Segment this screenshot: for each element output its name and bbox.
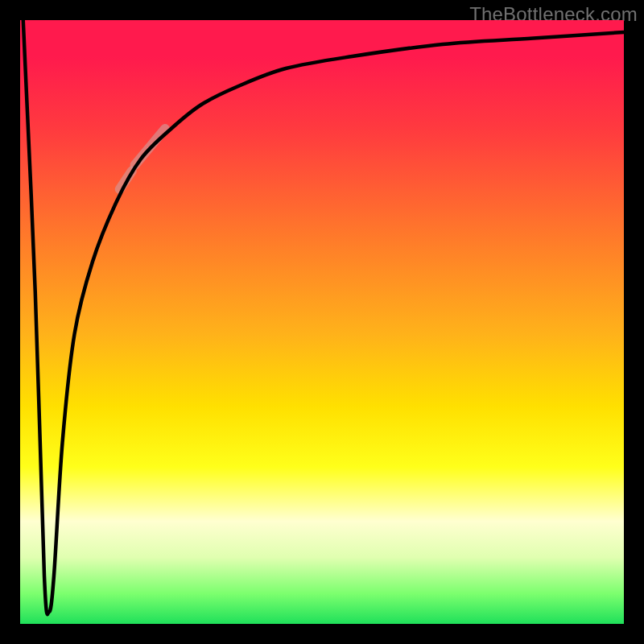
plot-area: [20, 20, 624, 624]
chart-frame: TheBottleneck.com: [0, 0, 644, 644]
bottleneck-curve: [23, 20, 624, 614]
curve-layer: [20, 20, 624, 624]
